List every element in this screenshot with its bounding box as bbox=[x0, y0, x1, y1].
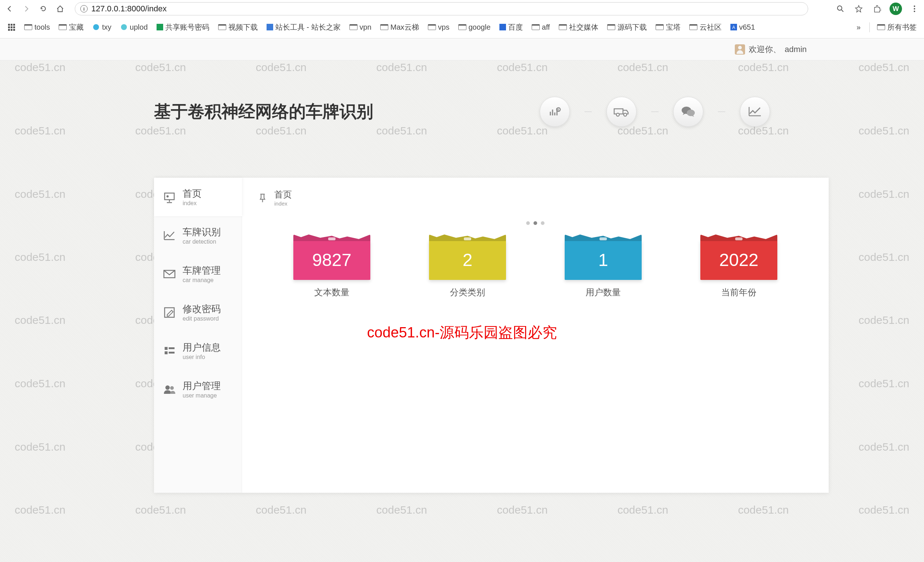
browser-toolbar: i 127.0.0.1:8000/index W bbox=[0, 0, 924, 18]
bookmark-item[interactable]: 源码下载 bbox=[607, 22, 647, 32]
svg-point-28 bbox=[166, 195, 169, 197]
welcome-text: 欢迎你、 bbox=[749, 44, 781, 55]
bookmark-item[interactable]: 云社区 bbox=[689, 22, 722, 32]
sidebar: 首页index 车牌识别car detection 车牌管理car manage… bbox=[154, 178, 242, 493]
svg-rect-15 bbox=[157, 24, 163, 30]
line-chart-icon bbox=[163, 229, 176, 242]
presentation-icon bbox=[163, 190, 176, 204]
bookmark-item[interactable]: vpn bbox=[350, 23, 371, 31]
bookmark-item[interactable]: google bbox=[458, 23, 490, 31]
pin-icon bbox=[256, 192, 268, 204]
browser-chrome: i 127.0.0.1:8000/index W tools 宝藏 txy up… bbox=[0, 0, 924, 39]
stat-label: 用户数量 bbox=[586, 287, 621, 298]
sidebar-item-index[interactable]: 首页index bbox=[154, 178, 242, 216]
back-button[interactable] bbox=[4, 3, 15, 15]
all-bookmarks[interactable]: 所有书签 bbox=[877, 22, 916, 32]
sidebar-item-usermanage[interactable]: 用户管理user manage bbox=[154, 370, 242, 408]
stat-label: 文本数量 bbox=[314, 287, 350, 298]
svg-rect-5 bbox=[10, 24, 12, 25]
stat-value: 2022 bbox=[700, 240, 777, 280]
bookmark-item[interactable]: 宝塔 bbox=[656, 22, 681, 32]
stat-value: 9827 bbox=[293, 240, 370, 280]
extensions-icon[interactable] bbox=[871, 3, 883, 15]
svg-point-1 bbox=[914, 6, 915, 7]
svg-rect-7 bbox=[8, 26, 10, 28]
svg-rect-31 bbox=[165, 347, 168, 350]
user-bar: 欢迎你、 admin bbox=[0, 39, 924, 60]
dot[interactable] bbox=[541, 221, 544, 225]
svg-rect-32 bbox=[165, 351, 168, 354]
menu-icon[interactable] bbox=[909, 3, 920, 15]
svg-point-24 bbox=[624, 113, 627, 116]
bookmark-item[interactable]: uplod bbox=[120, 23, 148, 31]
carousel-dots bbox=[256, 221, 814, 225]
bookmark-item[interactable]: vps bbox=[428, 23, 450, 31]
svg-rect-34 bbox=[169, 352, 174, 354]
svg-rect-17 bbox=[500, 24, 506, 30]
users-icon bbox=[163, 383, 176, 396]
stat-year: 2022 当前年份 bbox=[700, 240, 777, 298]
bookmark-item[interactable]: 社交媒体 bbox=[559, 22, 598, 32]
user-avatar-icon bbox=[735, 44, 745, 55]
stat-user-count: 1 用户数量 bbox=[565, 240, 642, 298]
bookmark-item[interactable]: 宝藏 bbox=[58, 22, 84, 32]
home-button[interactable] bbox=[54, 3, 66, 15]
svg-rect-11 bbox=[10, 29, 12, 31]
sidebar-item-detection[interactable]: 车牌识别car detection bbox=[154, 216, 242, 255]
bookmarks-bar: tools 宝藏 txy uplod 共享账号密码 视频下载 站长工具 - 站长… bbox=[0, 18, 924, 37]
forward-button[interactable] bbox=[21, 3, 32, 15]
stats-row: 9827 文本数量 2 分类类别 1 用户数量 2022 当前年份 bbox=[256, 240, 814, 298]
bookmark-item[interactable]: tools bbox=[24, 23, 50, 31]
stat-category: 2 分类类别 bbox=[429, 240, 506, 298]
bookmark-item[interactable]: 视频下载 bbox=[218, 22, 258, 32]
bookmark-item[interactable]: aff bbox=[532, 23, 550, 31]
star-icon[interactable] bbox=[853, 3, 865, 15]
svg-rect-9 bbox=[13, 26, 15, 28]
stat-value: 2 bbox=[429, 240, 506, 280]
svg-rect-10 bbox=[8, 29, 10, 31]
envelope-icon bbox=[163, 268, 176, 281]
address-bar[interactable]: i 127.0.0.1:8000/index bbox=[75, 2, 808, 15]
watermark-row: code51.cncode51.cncode51.cncode51.cncode… bbox=[0, 504, 924, 516]
header-money-icon[interactable]: $ bbox=[540, 97, 570, 127]
dot[interactable] bbox=[526, 221, 530, 225]
bookmark-item[interactable]: 共享账号密码 bbox=[157, 22, 209, 32]
edit-icon bbox=[163, 306, 176, 319]
svg-point-14 bbox=[121, 24, 127, 30]
dot-active[interactable] bbox=[534, 221, 537, 225]
site-info-icon[interactable]: i bbox=[80, 5, 88, 12]
sidebar-item-password[interactable]: 修改密码edit password bbox=[154, 293, 242, 332]
sidebar-item-manage[interactable]: 车牌管理car manage bbox=[154, 255, 242, 293]
bookmark-item[interactable]: Max云梯 bbox=[380, 22, 419, 32]
username-text: admin bbox=[784, 45, 807, 54]
reload-button[interactable] bbox=[38, 3, 49, 15]
svg-text:A: A bbox=[732, 25, 735, 30]
list-icon bbox=[163, 344, 176, 357]
svg-rect-33 bbox=[169, 347, 174, 349]
sidebar-item-userinfo[interactable]: 用户信息user info bbox=[154, 332, 242, 370]
apps-icon[interactable] bbox=[8, 23, 15, 31]
page-header: 基于卷积神经网络的车牌识别 $ bbox=[0, 68, 924, 156]
zoom-icon[interactable] bbox=[834, 3, 846, 15]
header-chart-icon[interactable] bbox=[740, 97, 770, 127]
stat-value: 1 bbox=[565, 240, 642, 280]
header-truck-icon[interactable] bbox=[606, 97, 636, 127]
svg-rect-8 bbox=[10, 26, 12, 28]
header-chat-icon[interactable] bbox=[673, 97, 703, 127]
url-text: 127.0.0.1:8000/index bbox=[91, 4, 167, 13]
svg-point-13 bbox=[93, 24, 99, 30]
svg-point-23 bbox=[616, 113, 619, 116]
svg-point-2 bbox=[914, 8, 915, 9]
profile-avatar[interactable]: W bbox=[890, 3, 902, 15]
bookmark-item[interactable]: txy bbox=[92, 23, 111, 31]
bookmarks-overflow[interactable]: » bbox=[856, 23, 861, 31]
svg-rect-6 bbox=[13, 24, 15, 25]
bookmark-item[interactable]: 站长工具 - 站长之家 bbox=[267, 22, 340, 32]
svg-rect-12 bbox=[13, 29, 15, 31]
svg-point-0 bbox=[837, 6, 842, 10]
bookmark-item[interactable]: Av651 bbox=[730, 23, 755, 31]
bookmark-item[interactable]: 百度 bbox=[500, 22, 523, 32]
stat-label: 当前年份 bbox=[721, 287, 756, 298]
header-action-icons: $ bbox=[540, 97, 770, 127]
svg-point-3 bbox=[914, 10, 915, 12]
